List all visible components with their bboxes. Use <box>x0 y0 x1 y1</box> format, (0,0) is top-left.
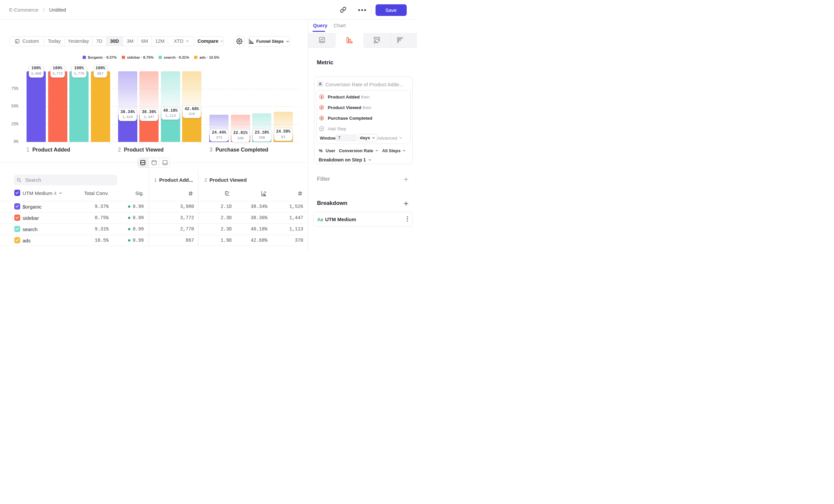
svg-text:%: % <box>264 191 266 193</box>
svg-text:3: 3 <box>321 116 323 119</box>
svg-text:2: 2 <box>321 106 323 109</box>
svg-text:1: 1 <box>321 95 323 98</box>
